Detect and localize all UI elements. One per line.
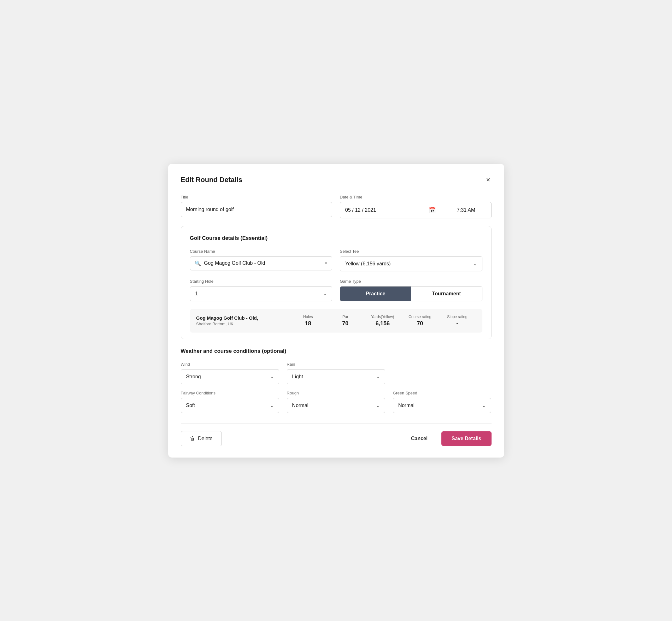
title-group: Title: [181, 195, 333, 217]
golf-course-section: Golf Course details (Essential) Course N…: [181, 226, 492, 339]
save-button[interactable]: Save Details: [442, 431, 491, 446]
green-speed-value: Normal: [398, 403, 482, 408]
par-label: Par: [342, 315, 348, 319]
practice-button[interactable]: Practice: [340, 287, 411, 301]
yards-label: Yards(Yellow): [371, 315, 394, 319]
rain-value: Light: [292, 374, 376, 380]
course-rating-value: 70: [417, 320, 423, 327]
wind-label: Wind: [181, 362, 279, 367]
date-time-wrapper: 05 / 12 / 2021 📅 7:31 AM: [340, 202, 492, 218]
select-tee-dropdown[interactable]: Yellow (6,156 yards) ⌄: [340, 256, 482, 272]
course-name-label: Course Name: [190, 249, 333, 254]
starting-hole-label: Starting Hole: [190, 279, 333, 284]
wind-value: Strong: [186, 374, 270, 380]
calendar-icon: 📅: [429, 207, 436, 214]
yards-stat: Yards(Yellow) 6,156: [364, 315, 401, 327]
game-type-label: Game Type: [340, 279, 482, 284]
starting-hole-game-type-row: Starting Hole 1 ⌄ Game Type Practice Tou…: [190, 279, 482, 301]
green-speed-label: Green Speed: [393, 391, 491, 396]
par-value: 70: [342, 320, 349, 327]
chevron-down-icon: ⌄: [270, 403, 274, 408]
rough-label: Rough: [287, 391, 385, 396]
par-stat: Par 70: [327, 315, 364, 327]
rough-group: Rough Normal ⌄: [287, 391, 385, 413]
chevron-down-icon: ⌄: [270, 374, 274, 379]
select-tee-value: Yellow (6,156 yards): [345, 261, 473, 266]
fairway-label: Fairway Conditions: [181, 391, 279, 396]
holes-label: Holes: [303, 315, 313, 319]
close-button[interactable]: ×: [485, 175, 492, 184]
course-name-input[interactable]: [204, 260, 322, 266]
holes-stat: Holes 18: [289, 315, 327, 327]
tournament-button[interactable]: Tournament: [411, 287, 482, 301]
wind-dropdown[interactable]: Strong ⌄: [181, 369, 279, 384]
weather-section: Weather and course conditions (optional)…: [181, 348, 492, 413]
green-speed-group: Green Speed Normal ⌄: [393, 391, 491, 413]
search-icon: 🔍: [195, 260, 201, 266]
starting-hole-group: Starting Hole 1 ⌄: [190, 279, 333, 301]
course-name-group: Course Name 🔍 ×: [190, 249, 333, 271]
rough-value: Normal: [292, 403, 376, 408]
starting-hole-value: 1: [195, 291, 323, 297]
time-value: 7:31 AM: [457, 207, 475, 213]
weather-section-title: Weather and course conditions (optional): [181, 348, 492, 355]
course-location: Shelford Bottom, UK: [196, 322, 290, 326]
title-label: Title: [181, 195, 333, 199]
chevron-down-icon: ⌄: [482, 403, 486, 408]
course-rating-stat: Course rating 70: [401, 315, 438, 327]
time-input[interactable]: 7:31 AM: [441, 202, 492, 218]
game-type-toggle: Practice Tournament: [340, 286, 482, 301]
datetime-group: Date & Time 05 / 12 / 2021 📅 7:31 AM: [340, 195, 492, 218]
select-tee-group: Select Tee Yellow (6,156 yards) ⌄: [340, 249, 482, 272]
title-input[interactable]: [181, 202, 333, 217]
title-datetime-row: Title Date & Time 05 / 12 / 2021 📅 7:31 …: [181, 195, 492, 218]
fairway-group: Fairway Conditions Soft ⌄: [181, 391, 279, 413]
course-name-display: Gog Magog Golf Club - Old,: [196, 315, 290, 321]
yards-value: 6,156: [375, 320, 390, 327]
fairway-value: Soft: [186, 403, 270, 408]
golf-course-section-title: Golf Course details (Essential): [190, 235, 482, 241]
delete-label: Delete: [198, 436, 213, 442]
rain-dropdown[interactable]: Light ⌄: [287, 369, 385, 384]
rain-label: Rain: [287, 362, 385, 367]
holes-value: 18: [305, 320, 311, 327]
chevron-down-icon: ⌄: [323, 291, 327, 296]
chevron-down-icon: ⌄: [473, 261, 477, 266]
chevron-down-icon: ⌄: [376, 403, 380, 408]
cancel-button[interactable]: Cancel: [405, 431, 434, 446]
slope-rating-stat: Slope rating -: [438, 315, 476, 327]
slope-rating-value: -: [456, 320, 458, 327]
chevron-down-icon: ⌄: [376, 374, 380, 379]
modal-title: Edit Round Details: [181, 176, 243, 184]
green-speed-dropdown[interactable]: Normal ⌄: [393, 398, 491, 413]
wind-group: Wind Strong ⌄: [181, 362, 279, 384]
footer-row: 🗑 Delete Cancel Save Details: [181, 423, 492, 446]
fairway-rough-green-row: Fairway Conditions Soft ⌄ Rough Normal ⌄…: [181, 391, 492, 413]
clear-icon[interactable]: ×: [325, 260, 328, 266]
rain-group: Rain Light ⌄: [287, 362, 385, 384]
date-value: 05 / 12 / 2021: [345, 207, 376, 213]
slope-rating-label: Slope rating: [447, 315, 467, 319]
course-tee-row: Course Name 🔍 × Select Tee Yellow (6,156…: [190, 249, 482, 272]
select-tee-label: Select Tee: [340, 249, 482, 254]
course-name-search[interactable]: 🔍 ×: [190, 256, 333, 271]
fairway-dropdown[interactable]: Soft ⌄: [181, 398, 279, 413]
trash-icon: 🗑: [190, 436, 195, 442]
course-rating-label: Course rating: [409, 315, 431, 319]
course-info-name: Gog Magog Golf Club - Old, Shelford Bott…: [196, 315, 290, 326]
delete-button[interactable]: 🗑 Delete: [181, 431, 222, 446]
wind-rain-row: Wind Strong ⌄ Rain Light ⌄: [181, 362, 492, 384]
modal-header: Edit Round Details ×: [181, 175, 492, 184]
game-type-group: Game Type Practice Tournament: [340, 279, 482, 301]
course-info-row: Gog Magog Golf Club - Old, Shelford Bott…: [190, 309, 482, 333]
rough-dropdown[interactable]: Normal ⌄: [287, 398, 385, 413]
date-input[interactable]: 05 / 12 / 2021 📅: [340, 202, 441, 218]
edit-round-modal: Edit Round Details × Title Date & Time 0…: [168, 164, 504, 458]
datetime-label: Date & Time: [340, 195, 492, 199]
footer-right: Cancel Save Details: [405, 431, 492, 446]
starting-hole-dropdown[interactable]: 1 ⌄: [190, 286, 333, 301]
